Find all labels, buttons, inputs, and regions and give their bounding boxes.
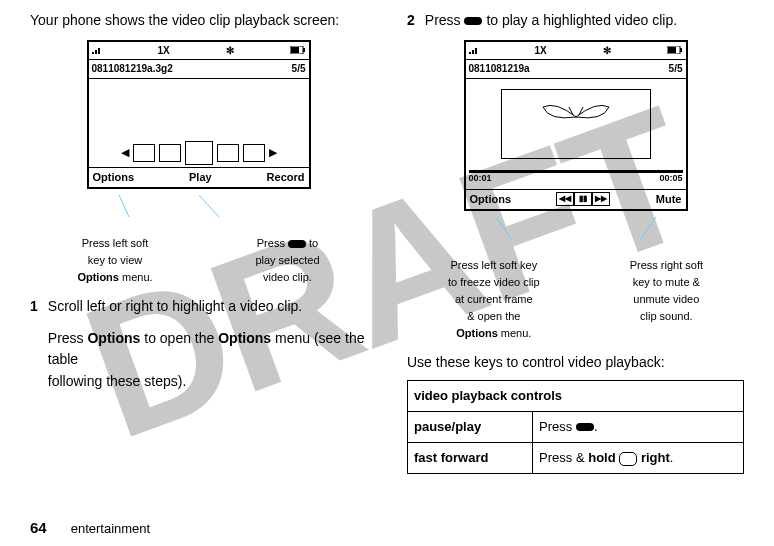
svg-line-10 [496, 217, 511, 239]
svg-rect-6 [680, 48, 682, 52]
softkey-right: Mute [656, 191, 682, 208]
step-1-num: 1 [30, 296, 38, 393]
phone-screen-playback: 1X ✻ 0811081219a 5/5 [464, 40, 688, 211]
bell-icon: ✻ [603, 43, 611, 59]
table-row-value: Press . [533, 411, 744, 442]
softkey-center: Play [189, 169, 212, 186]
softkey-left: Options [470, 191, 512, 208]
caption-right-right-soft: Press right soft key to mute & unmute vi… [630, 257, 703, 342]
counter: 5/5 [669, 61, 683, 77]
intro-left: Your phone shows the video clip playback… [30, 10, 367, 32]
table-row-label: fast forward [408, 442, 533, 473]
callout-lines-right [466, 217, 686, 239]
table-row-value: Press & hold right. [533, 442, 744, 473]
thumb-4 [243, 144, 265, 162]
svg-line-3 [119, 195, 129, 217]
center-key-icon [288, 240, 306, 248]
softkey-left: Options [93, 169, 135, 186]
page-number: 64 [30, 519, 47, 536]
svg-rect-2 [291, 47, 299, 53]
step-1-body: Scroll left or right to highlight a vide… [48, 296, 367, 393]
softkey-right: Record [267, 169, 305, 186]
playback-area: 00:01 00:05 [466, 79, 686, 190]
chevron-right-icon: ▶ [269, 144, 277, 161]
filename: 0811081219a.3g2 [92, 61, 173, 77]
thumb-2 [159, 144, 181, 162]
section-title: entertainment [71, 521, 151, 536]
nav-key-icon [619, 452, 637, 466]
battery-icon [290, 43, 306, 59]
thumb-3 [217, 144, 239, 162]
center-key-icon [464, 17, 482, 25]
step-2-num: 2 [407, 10, 415, 32]
table-header: video playback controls [408, 380, 744, 411]
phone-screen-thumbs: 1X ✻ 0811081219a.3g2 5/5 ◀ [87, 40, 311, 189]
step-2-body: Press to play a highlighted video clip. [425, 10, 677, 32]
svg-rect-7 [668, 47, 676, 53]
center-key-icon [576, 423, 594, 431]
table-row-label: pause/play [408, 411, 533, 442]
thumb-selected [185, 141, 213, 165]
controls-intro: Use these keys to control video playback… [407, 352, 744, 374]
playback-control-icon: ◀◀▮▮▶▶ [556, 192, 610, 206]
bell-icon: ✻ [226, 43, 234, 59]
time-total: 00:05 [659, 172, 682, 186]
svg-rect-1 [303, 48, 305, 52]
thumb-area: ◀ ▶ [89, 79, 309, 168]
caption-right-left-soft: Press left soft key to freeze video clip… [448, 257, 540, 342]
caption-center-key: Press to play selected video clip. [255, 235, 319, 286]
battery-icon [667, 43, 683, 59]
chevron-left-icon: ◀ [121, 144, 129, 161]
svg-line-11 [641, 217, 656, 239]
caption-left-soft: Press left soft key to view Options menu… [77, 235, 152, 286]
filename: 0811081219a [469, 61, 530, 77]
callout-lines-left [89, 195, 309, 217]
controls-table: video playback controls pause/play Press… [407, 380, 744, 474]
thumb-1 [133, 144, 155, 162]
signal-icon [92, 43, 102, 59]
signal-icon [469, 43, 479, 59]
counter: 5/5 [292, 61, 306, 77]
net-label: 1X [157, 43, 169, 59]
moth-icon [541, 101, 611, 133]
time-elapsed: 00:01 [469, 172, 492, 186]
net-label: 1X [534, 43, 546, 59]
svg-line-4 [199, 195, 219, 217]
